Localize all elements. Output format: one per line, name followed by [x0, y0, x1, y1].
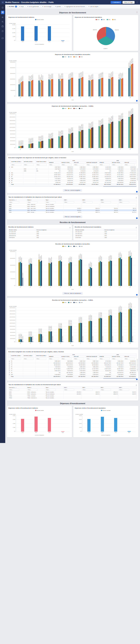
column-header[interactable]: FONCTION (CODE)⇅	[36, 354, 48, 358]
column-header[interactable]: 2020⇅	[82, 387, 100, 388]
legend-item[interactable]: 2020	[68, 56, 72, 58]
sort-icon[interactable]: ⇅	[21, 355, 21, 356]
legend-item[interactable]: Montant réalisé	[35, 19, 44, 20]
row-expander[interactable]	[8, 184, 11, 186]
table-row[interactable]: 64196419 - rembourse...Taux de réalisati…	[8, 393, 137, 395]
legend-item[interactable]: 2022	[79, 246, 82, 247]
annotation-icon[interactable]	[136, 100, 138, 102]
legend-item[interactable]: 2021	[107, 19, 110, 20]
column-filter-input[interactable]	[36, 164, 46, 166]
legend-item[interactable]: 2021	[74, 302, 77, 303]
table-row[interactable]: ▼0132 827 826 €3 865 527 €2 080 463 €2 0…	[8, 166, 136, 168]
column-header[interactable]: RÉALISÉ	[73, 356, 86, 358]
filter-chip[interactable]: organigramme des services financiers	[63, 6, 86, 8]
column-header[interactable]: Nature⇅	[27, 387, 45, 388]
export-image-icon[interactable]	[136, 226, 137, 229]
annotation-icon[interactable]	[136, 218, 138, 219]
table-row[interactable]: ▶7458 030 633 €58 141 574 €58 964 805 €5…	[8, 364, 136, 366]
column-filter-input[interactable]	[100, 164, 110, 166]
legend-item[interactable]: 2021	[74, 108, 77, 109]
filter-pill-exercice[interactable]: Filtrer sur : exercice budgétaire	[63, 216, 82, 218]
column-filter-input[interactable]	[82, 201, 92, 203]
column-header[interactable]: BUDGET TOTAL	[61, 356, 73, 358]
table-row[interactable]: 60626062 - énergie -...Taux de mandate..…	[8, 211, 137, 213]
table-row[interactable]: 64590200 €1 442,42 €1 414,02 €1 414,02 €…	[8, 170, 136, 172]
sort-icon[interactable]: ⇅	[122, 387, 122, 388]
column-header[interactable]: 2019⇅	[64, 387, 82, 388]
column-header[interactable]: MONTANT MANDATÉ	[86, 356, 99, 358]
column-filter-input[interactable]	[86, 164, 97, 166]
column-header[interactable]: PRIMITIF	[99, 356, 111, 358]
row-expander[interactable]: ▶	[8, 364, 10, 366]
column-header[interactable]: 2019	[48, 160, 99, 162]
table-row[interactable]: 60616061 - eau et ass...Taux de mandate.…	[8, 208, 137, 210]
layout-button[interactable]: Mise en Page	[122, 1, 134, 4]
legend-item[interactable]: 2022	[112, 19, 116, 20]
table-row[interactable]: 64196419 - rembourse...Taux de mandate..…	[8, 391, 137, 393]
table-row[interactable]: 212 440 931 €2020	[75, 233, 137, 235]
column-filter-input[interactable]	[62, 164, 72, 166]
table-row[interactable]: 5 915 633 €2022	[75, 237, 137, 239]
annotation-icon[interactable]	[136, 294, 138, 296]
sort-icon[interactable]: ⇅	[46, 355, 46, 356]
legend-item[interactable]: 2020	[68, 108, 72, 109]
row-expander[interactable]: ▶	[8, 372, 10, 374]
column-filter-input[interactable]	[119, 201, 129, 203]
column-header[interactable]: NATURE (CODE)⇅	[23, 160, 36, 164]
table-row[interactable]: ▶780 €660 780,25 €1 058 434 €1 058 434 €…	[8, 372, 136, 374]
indicator-button[interactable]: + Indicateur	[110, 1, 122, 4]
column-header[interactable]	[8, 354, 10, 358]
sidebar-item-home[interactable]	[1, 6, 4, 10]
filter-chip[interactable]: operation	[54, 6, 62, 8]
sort-icon[interactable]: ⇅	[66, 200, 67, 200]
table-row[interactable]: ▶01218 597 015 €15 304 471 €15 320 171 €…	[8, 174, 136, 176]
sidebar-item-dashboard[interactable]	[1, 11, 4, 14]
sort-icon[interactable]: ⇅	[31, 387, 32, 388]
legend-item[interactable]: 2021	[74, 246, 77, 247]
table-row[interactable]: 212 440 931 €2020	[8, 233, 70, 235]
filter-chip[interactable]: nom du gestionnaire	[26, 6, 40, 8]
column-filter-input[interactable]	[124, 164, 135, 166]
column-filter-input[interactable]	[100, 358, 110, 360]
column-header[interactable]: Type⇅	[45, 199, 64, 201]
table-row[interactable]: Total203 076 941 €207 145 321 €207 106 2…	[8, 376, 136, 378]
sort-icon[interactable]: ⇅	[103, 387, 104, 388]
column-header[interactable]: PRIMITIF	[48, 162, 61, 164]
row-expander[interactable]: ▶	[8, 366, 10, 368]
column-filter-input[interactable]	[9, 389, 19, 391]
column-filter-input[interactable]	[124, 358, 135, 360]
sort-icon[interactable]: ⇅	[31, 200, 32, 200]
column-header[interactable]: Code de la ...⇅	[8, 387, 27, 388]
column-filter-input[interactable]	[28, 389, 38, 391]
sort-icon[interactable]: ⇅	[103, 200, 104, 200]
row-expander[interactable]: ▶	[8, 178, 11, 180]
row-expander[interactable]: ▶	[8, 362, 10, 364]
table-row[interactable]: ▶663 131 744 €2 952 674 €2 935 219 €2 93…	[8, 180, 136, 182]
sort-icon[interactable]: ⇅	[32, 161, 33, 162]
table-row[interactable]: 208 392 567 €2021	[8, 235, 70, 237]
column-header[interactable]: 2019	[48, 354, 99, 356]
header-menu-icon[interactable]: ⋮	[136, 1, 138, 4]
column-header[interactable]: 2021⇅	[100, 387, 118, 388]
row-expander[interactable]	[8, 170, 11, 172]
sort-icon[interactable]: ⇅	[46, 161, 47, 162]
legend-item[interactable]: 2020	[68, 302, 72, 303]
column-filter-input[interactable]	[24, 358, 34, 360]
column-header[interactable]: 2020⇅	[100, 199, 118, 201]
row-expander[interactable]: ▶	[8, 182, 11, 184]
column-header[interactable]: Type⇅	[45, 387, 64, 388]
sidebar-item-chart[interactable]	[1, 16, 4, 19]
table-row[interactable]: Total177 966 041 €175 878 345 €173 570 3…	[8, 184, 136, 186]
table-row[interactable]: ▶6564 712 692 €4 703 517 €4 099 736 €4 0…	[8, 178, 136, 180]
column-filter-input[interactable]	[74, 164, 84, 166]
legend-item[interactable]: 2019	[62, 246, 66, 247]
legend-item[interactable]: 2020	[68, 246, 72, 247]
column-filter-input[interactable]	[101, 389, 111, 391]
column-filter-input[interactable]	[46, 389, 56, 391]
sort-icon[interactable]: ⇅	[16, 387, 16, 388]
column-filter-input[interactable]	[101, 201, 111, 203]
column-header[interactable]: BUDGET TOTAL	[112, 356, 124, 358]
filter-chip[interactable]: nom du budget	[41, 6, 52, 8]
sidebar-expand-icon[interactable]: »	[2, 1, 4, 4]
legend-item[interactable]: 2022	[79, 302, 82, 303]
